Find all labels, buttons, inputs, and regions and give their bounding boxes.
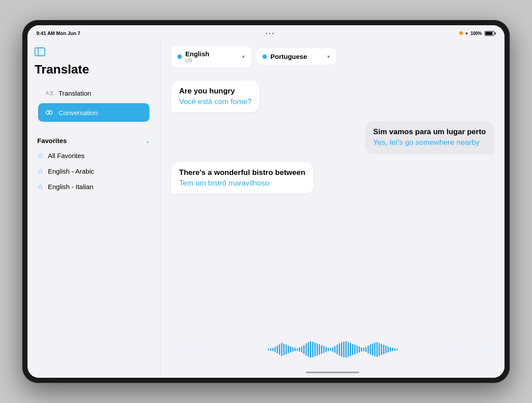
waveform-bar (385, 345, 387, 353)
favorites-label-all: All Favorites (48, 152, 85, 159)
chevron-down-icon[interactable]: ⌄ (145, 137, 150, 144)
status-dot-3 (272, 33, 274, 34)
waveform-bar (348, 342, 349, 357)
status-dot-2 (269, 33, 270, 34)
waveform-bar (376, 342, 378, 357)
main-content: Translate A 文 Translation (27, 39, 505, 378)
waveform-bar (341, 342, 342, 356)
wifi-icon: ▾ (466, 31, 468, 36)
waveform-bar (352, 344, 353, 355)
waveform-bar (268, 349, 269, 350)
waveform-bar (319, 344, 320, 355)
lang-selector-left[interactable]: English US ▾ (171, 46, 251, 67)
home-indicator (160, 367, 505, 378)
waveform-bar (334, 346, 336, 353)
waveform-bar (272, 348, 274, 351)
waveform-bar (394, 348, 395, 351)
waveform-bar (270, 348, 271, 351)
waveform-bar (299, 347, 300, 352)
app-title: Translate (35, 62, 153, 77)
status-center (266, 33, 274, 34)
conversation-area[interactable]: Are you hungry Você está com fome? Sim v… (160, 74, 505, 332)
waveform-bar (290, 346, 291, 353)
sidebar-item-conversation[interactable]: Conversation (38, 103, 149, 122)
translation-icon: A 文 (44, 88, 54, 98)
status-right: ▾ 100% (459, 31, 496, 36)
favorites-label-italian: English - Italian (48, 183, 94, 190)
message-bubble-2[interactable]: Sim vamos para um lugar perto Yes, let's… (365, 121, 494, 153)
sidebar: Translate A 文 Translation (27, 39, 160, 378)
waveform-dots-left: · · · · · · · · · (171, 347, 207, 352)
device-frame: 9:41 AM Mon Jun 7 ▾ 100% (22, 20, 510, 383)
conversation-label: Conversation (59, 109, 98, 116)
waveform-bar (370, 344, 371, 355)
main-panel: English US ▾ Portuguese ▾ (160, 39, 505, 378)
waveform-bar (339, 343, 340, 356)
waveform-bar (392, 348, 393, 351)
sidebar-item-translation[interactable]: A 文 Translation (38, 84, 149, 102)
waveform-bar (317, 343, 318, 356)
lang-chevron-left: ▾ (242, 54, 245, 60)
waveform-bar (332, 347, 333, 352)
message-bubble-3[interactable]: There's a wonderful bistro between Tem u… (171, 162, 313, 194)
waveform-bar (312, 341, 313, 357)
waveform-bar (274, 347, 276, 352)
lang-text-right: Portuguese (270, 53, 324, 60)
lang-text-left: English US (185, 50, 239, 63)
waveform-bar (368, 345, 369, 353)
favorites-item-arabic[interactable]: ☆ English - Arabic (37, 163, 150, 179)
conversation-icon (44, 108, 54, 117)
message-original-1: Are you hungry (179, 87, 251, 96)
star-icon-all: ☆ (37, 151, 43, 160)
waveform-bar (387, 346, 389, 353)
waveform-bar (330, 348, 331, 351)
waveform-bar (328, 348, 329, 351)
waveform-area: · · · · · · · · · · · · · · · · · · (160, 332, 505, 367)
lang-chevron-right: ▾ (327, 54, 330, 60)
battery-icon (485, 31, 496, 36)
battery-fill (485, 32, 493, 35)
waveform-bar (383, 345, 384, 354)
waveform-bar (279, 344, 280, 355)
waveform-bar (321, 345, 322, 354)
svg-point-5 (49, 111, 52, 114)
message-bubble-1[interactable]: Are you hungry Você está com fome? (171, 81, 259, 112)
section-header: Favorites ⌄ (37, 137, 150, 144)
sidebar-top: Translate A 文 Translation (27, 46, 160, 130)
waveform-dots-right: · · · · · · · · · (458, 347, 494, 352)
star-icon-italian: ☆ (37, 182, 43, 191)
favorites-label-arabic: English - Arabic (48, 167, 94, 175)
message-translation-1: Você está com fome? (179, 97, 251, 106)
waveform-bar (294, 348, 296, 351)
waveform-bar (396, 349, 398, 350)
message-original-3: There's a wonderful bistro between (179, 168, 305, 177)
waveform-bar (288, 345, 289, 353)
lang-selector-right[interactable]: Portuguese ▾ (256, 48, 336, 65)
waveform-bar (283, 344, 285, 355)
favorites-item-italian[interactable]: ☆ English - Italian (37, 179, 150, 194)
waveform-bar (374, 342, 376, 356)
translation-label: Translation (59, 89, 91, 97)
waveform-bar (381, 344, 382, 355)
waveform-bar (379, 343, 380, 356)
waveform-bar (310, 341, 311, 358)
waveform-bar (323, 346, 325, 353)
waveform-bar (350, 343, 351, 356)
status-dot-1 (266, 33, 267, 34)
waveform-bar (297, 348, 298, 351)
svg-text:文: 文 (49, 90, 54, 96)
waveform-bar (305, 343, 307, 356)
waveform-bar (308, 342, 309, 357)
status-indicator (459, 31, 463, 35)
waveform-bars (207, 341, 458, 358)
sidebar-toggle-icon[interactable] (35, 46, 47, 57)
waveform-bar (359, 346, 360, 353)
favorites-item-all[interactable]: ☆ All Favorites (37, 148, 150, 163)
lang-dot-right (262, 54, 267, 59)
star-icon-arabic: ☆ (37, 167, 43, 175)
waveform-bar (286, 345, 287, 354)
waveform-bar (345, 341, 347, 358)
waveform-bar (363, 348, 364, 351)
status-time: 9:41 AM Mon Jun 7 (36, 31, 80, 36)
waveform-bar (365, 347, 367, 352)
